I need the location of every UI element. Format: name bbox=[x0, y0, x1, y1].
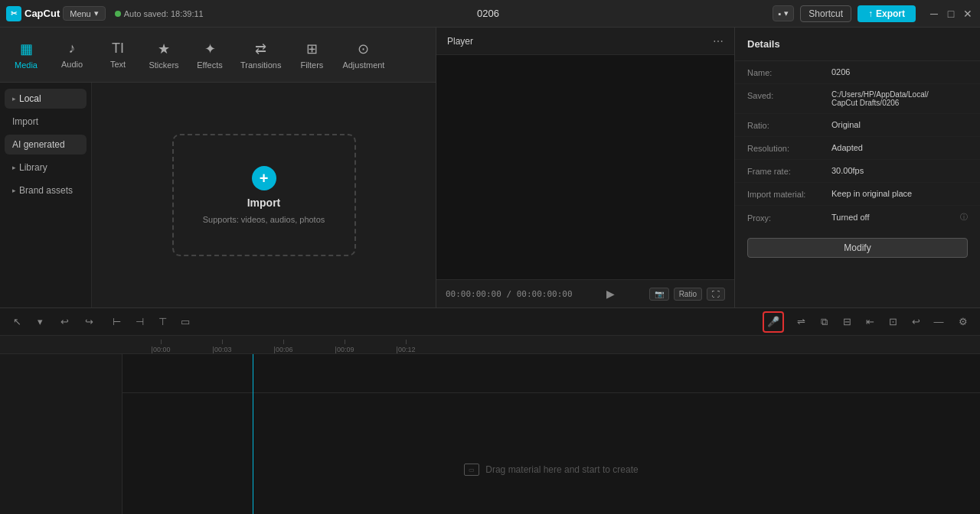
import-label: Import bbox=[247, 197, 281, 209]
export-label: Export bbox=[876, 8, 905, 19]
undo-button[interactable]: ↩ bbox=[54, 311, 75, 333]
import-area: + Import Supports: videos, audios, photo… bbox=[92, 83, 436, 307]
detail-name-val: 0206 bbox=[831, 67, 968, 76]
detail-saved-val: C:/Users/HP/AppData/Local/CapCut Drafts/… bbox=[831, 90, 968, 107]
split-clip-button[interactable]: ⇌ bbox=[790, 311, 812, 333]
menu-chevron-icon: ▾ bbox=[94, 8, 99, 18]
tool-item-media[interactable]: ▦ Media bbox=[3, 36, 49, 74]
select-tool-button[interactable]: ↖ bbox=[6, 311, 28, 333]
sidebar-item-import[interactable]: Import bbox=[5, 112, 87, 132]
auto-save-text: Auto saved: 18:39:11 bbox=[124, 9, 204, 18]
local-chevron-icon: ▸ bbox=[12, 95, 16, 102]
top-bar-right: ▪ ▾ Shortcut ↑ Export ─ □ ✕ bbox=[773, 5, 974, 22]
local-label: Local bbox=[19, 93, 41, 104]
details-title: Details bbox=[735, 28, 980, 61]
project-name: 0206 bbox=[477, 8, 499, 19]
snap-button[interactable]: ⧉ bbox=[813, 311, 835, 333]
minimize-button[interactable]: ─ bbox=[928, 8, 940, 20]
modify-button[interactable]: Modify bbox=[747, 238, 968, 258]
adjustment-label: Adjustment bbox=[342, 60, 384, 70]
magnet-button[interactable]: ⊟ bbox=[836, 311, 858, 333]
proxy-info-icon[interactable]: ⓘ bbox=[960, 212, 968, 223]
screenshot-button[interactable]: 📷 bbox=[649, 288, 669, 301]
player-menu-icon: ⋯ bbox=[713, 35, 724, 47]
effects-label: Effects bbox=[197, 60, 222, 70]
select-dropdown-button[interactable]: ▾ bbox=[29, 311, 51, 333]
player-header: Player ⋯ bbox=[436, 28, 734, 55]
detail-framerate-key: Frame rate: bbox=[747, 166, 831, 176]
tool-bar: ▦ Media ♪ Audio TI Text ★ Stickers ✦ Eff… bbox=[0, 28, 436, 83]
detail-framerate-val: 30.00fps bbox=[831, 166, 968, 175]
close-button[interactable]: ✕ bbox=[962, 8, 974, 20]
detail-framerate-row: Frame rate: 30.00fps bbox=[735, 160, 980, 183]
settings-button[interactable]: ⚙ bbox=[952, 311, 974, 333]
sidebar-item-brand_assets[interactable]: ▸Brand assets bbox=[5, 181, 87, 200]
detail-proxy-key: Proxy: bbox=[747, 213, 831, 223]
menu-label: Menu bbox=[70, 9, 91, 18]
timeline-right-tools: ⇌ ⧉ ⊟ ⇤ ⊡ ↩ ― bbox=[790, 311, 949, 333]
player-controls: ▶ bbox=[579, 286, 643, 301]
player-footer: 00:00:00:00 / 00:00:00:00 ▶ 📷 Ratio ⛶ bbox=[436, 279, 734, 307]
details-panel: Details Name: 0206 Saved: C:/Users/HP/Ap… bbox=[735, 28, 980, 307]
export-icon: ↑ bbox=[868, 8, 873, 19]
timeline-track-area[interactable]: ▭ Drag material here and start to create bbox=[122, 354, 980, 514]
monitor-button[interactable]: ▪ ▾ bbox=[773, 5, 794, 21]
tool-item-filters[interactable]: ⊞ Filters bbox=[289, 36, 335, 74]
redo-button[interactable]: ↪ bbox=[78, 311, 100, 333]
detail-ratio-val: Original bbox=[831, 120, 968, 129]
split-right-button[interactable]: ⊤ bbox=[152, 311, 173, 333]
menu-button[interactable]: Menu ▾ bbox=[63, 6, 106, 21]
shortcut-button[interactable]: Shortcut bbox=[800, 5, 851, 22]
tool-item-stickers[interactable]: ★ Stickers bbox=[141, 36, 187, 74]
logo-icon: ✂ bbox=[6, 6, 21, 21]
import-box[interactable]: + Import Supports: videos, audios, photo… bbox=[172, 134, 356, 256]
tool-item-text[interactable]: TI Text bbox=[95, 36, 141, 73]
trim-button[interactable]: ⇤ bbox=[859, 311, 880, 333]
effects-icon: ✦ bbox=[204, 41, 216, 57]
crop-button[interactable]: ▭ bbox=[175, 311, 196, 333]
tool-item-audio[interactable]: ♪ Audio bbox=[49, 36, 95, 73]
brand_assets-chevron-icon: ▸ bbox=[12, 187, 16, 194]
fullscreen-button[interactable]: ⛶ bbox=[707, 288, 725, 301]
split-left-button[interactable]: ⊢ bbox=[106, 311, 127, 333]
brand_assets-label: Brand assets bbox=[19, 185, 73, 196]
timeline-tracks-panel bbox=[0, 354, 122, 514]
left-panel: ▦ Media ♪ Audio TI Text ★ Stickers ✦ Eff… bbox=[0, 28, 436, 307]
stickers-label: Stickers bbox=[149, 60, 178, 70]
canvas-button[interactable]: ⊡ bbox=[882, 311, 903, 333]
player-panel: Player ⋯ 00:00:00:00 / 00:00:00:00 ▶ 📷 R… bbox=[436, 28, 735, 307]
transitions-label: Transitions bbox=[240, 60, 281, 70]
audio-icon: ♪ bbox=[69, 41, 76, 57]
detail-resolution-row: Resolution: Adapted bbox=[735, 137, 980, 160]
tool-item-transitions[interactable]: ⇄ Transitions bbox=[233, 36, 289, 74]
time-current: 00:00:00:00 bbox=[446, 289, 501, 299]
sidebar-item-ai_generated[interactable]: AI generated bbox=[5, 135, 87, 155]
record-button[interactable]: 🎤 bbox=[763, 311, 784, 333]
split-center-button[interactable]: ⊣ bbox=[129, 311, 150, 333]
audio-label: Audio bbox=[61, 60, 83, 69]
adjustment-icon: ⊙ bbox=[358, 41, 369, 57]
timeline-section: ↖ ▾ ↩ ↪ ⊢ ⊣ ⊤ ▭ 🎤 ⇌ ⧉ ⊟ ⇤ ⊡ ↩ ― ⚙ |00:00… bbox=[0, 307, 980, 514]
sidebar-item-library[interactable]: ▸Library bbox=[5, 158, 87, 177]
top-bar: ✂ CapCut Menu ▾ Auto saved: 18:39:11 020… bbox=[0, 0, 980, 28]
drag-hint-text: Drag material here and start to create bbox=[485, 464, 638, 475]
maximize-button[interactable]: □ bbox=[945, 8, 957, 20]
ruler-mark-6: |00:06 bbox=[253, 340, 314, 353]
sidebar-item-local[interactable]: ▸Local bbox=[5, 89, 87, 109]
detail-import-material-val: Keep in original place bbox=[831, 189, 968, 198]
time-total: 00:00:00:00 bbox=[517, 289, 573, 299]
monitor-icon: ▪ bbox=[778, 9, 781, 18]
play-button[interactable]: ▶ bbox=[603, 286, 619, 301]
auto-save-dot-icon bbox=[115, 11, 121, 17]
tool-item-effects[interactable]: ✦ Effects bbox=[187, 36, 233, 74]
detail-resolution-key: Resolution: bbox=[747, 143, 831, 153]
detail-saved-row: Saved: C:/Users/HP/AppData/Local/CapCut … bbox=[735, 84, 980, 114]
ratio-button[interactable]: Ratio bbox=[674, 288, 702, 301]
zoom-slider[interactable]: ― bbox=[928, 311, 949, 333]
tool-item-adjustment[interactable]: ⊙ Adjustment bbox=[335, 36, 392, 74]
export-button[interactable]: ↑ Export bbox=[858, 5, 916, 22]
top-bar-center: 0206 bbox=[204, 8, 773, 19]
undo2-button[interactable]: ↩ bbox=[905, 311, 926, 333]
detail-resolution-val: Adapted bbox=[831, 143, 968, 152]
detail-proxy-row: Proxy: Turned off ⓘ bbox=[735, 206, 980, 229]
